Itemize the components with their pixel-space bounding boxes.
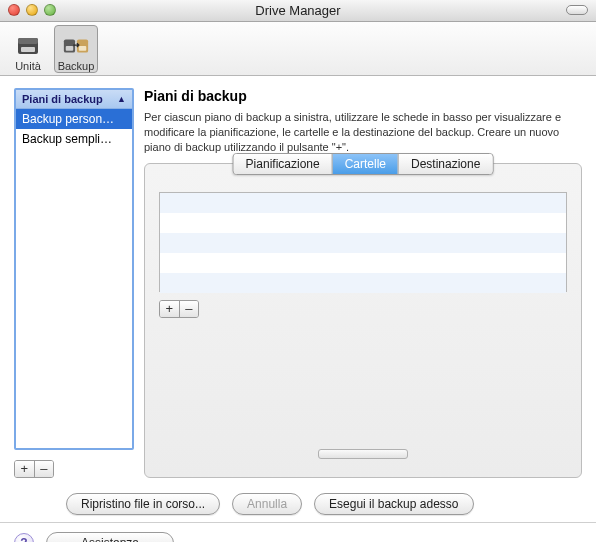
- add-plan-button[interactable]: +: [15, 461, 34, 477]
- toolbar-backup-label: Backup: [58, 60, 95, 72]
- backup-plans-header-label: Piani di backup: [22, 93, 103, 105]
- svg-rect-6: [79, 46, 86, 51]
- plans-add-remove: + –: [14, 460, 54, 478]
- resize-grip[interactable]: [318, 449, 408, 459]
- remove-folder-button[interactable]: –: [179, 301, 199, 317]
- toolbar-toggle-button[interactable]: [566, 5, 588, 15]
- close-window-button[interactable]: [8, 4, 20, 16]
- backup-plans-items: Backup person… Backup sempli…: [16, 109, 132, 448]
- toolbar-drives[interactable]: Unità: [6, 25, 50, 73]
- toolbar-drives-label: Unità: [15, 60, 41, 72]
- table-row[interactable]: [160, 213, 566, 233]
- window-titlebar: Drive Manager: [0, 0, 596, 22]
- cancel-button: Annulla: [232, 493, 302, 515]
- assistance-button[interactable]: Assistenza: [46, 532, 174, 543]
- add-folder-button[interactable]: +: [160, 301, 179, 317]
- panel-inner: + –: [145, 182, 581, 477]
- tab-folders[interactable]: Cartelle: [332, 154, 398, 174]
- svg-rect-1: [18, 38, 38, 44]
- tab-panel: Pianificazione Cartelle Destinazione + –: [144, 163, 582, 478]
- main-toolbar: Unità Backup: [0, 22, 596, 76]
- table-row[interactable]: [160, 253, 566, 273]
- main-area: Piani di backup ▲ Backup person… Backup …: [0, 76, 596, 486]
- backup-plans-header[interactable]: Piani di backup ▲: [16, 90, 132, 109]
- table-row[interactable]: [160, 233, 566, 253]
- remove-plan-button[interactable]: –: [34, 461, 54, 477]
- window-title: Drive Manager: [0, 3, 596, 18]
- backup-drives-icon: [62, 32, 90, 60]
- content-heading: Piani di backup: [144, 88, 582, 104]
- toolbar-backup[interactable]: Backup: [54, 25, 98, 73]
- backup-plans-sidebar: Piani di backup ▲ Backup person… Backup …: [14, 88, 134, 478]
- table-row[interactable]: [160, 273, 566, 293]
- list-item[interactable]: Backup person…: [16, 109, 132, 129]
- help-icon[interactable]: ?: [14, 533, 34, 543]
- sort-ascending-icon: ▲: [117, 94, 126, 104]
- minimize-window-button[interactable]: [26, 4, 38, 16]
- backup-plans-list[interactable]: Piani di backup ▲ Backup person… Backup …: [14, 88, 134, 450]
- action-bar: +– Ripristino file in corso... Annulla E…: [0, 486, 596, 522]
- tab-destination[interactable]: Destinazione: [398, 154, 492, 174]
- zoom-window-button[interactable]: [44, 4, 56, 16]
- table-row[interactable]: [160, 193, 566, 213]
- folders-table[interactable]: [159, 192, 567, 292]
- segmented-tabs: Pianificazione Cartelle Destinazione: [233, 153, 494, 175]
- drive-icon: [14, 32, 42, 60]
- content-pane: Piani di backup Per ciascun piano di bac…: [144, 88, 582, 478]
- tab-schedule[interactable]: Pianificazione: [234, 154, 332, 174]
- run-backup-button[interactable]: Esegui il backup adesso: [314, 493, 473, 515]
- svg-rect-2: [21, 47, 35, 52]
- content-description: Per ciascun piano di backup a sinistra, …: [144, 110, 582, 155]
- folders-add-remove: + –: [159, 300, 199, 318]
- svg-rect-4: [66, 46, 73, 51]
- list-item[interactable]: Backup sempli…: [16, 129, 132, 149]
- window-controls: [8, 4, 56, 16]
- restore-button[interactable]: Ripristino file in corso...: [66, 493, 220, 515]
- footer: ? Assistenza: [0, 522, 596, 542]
